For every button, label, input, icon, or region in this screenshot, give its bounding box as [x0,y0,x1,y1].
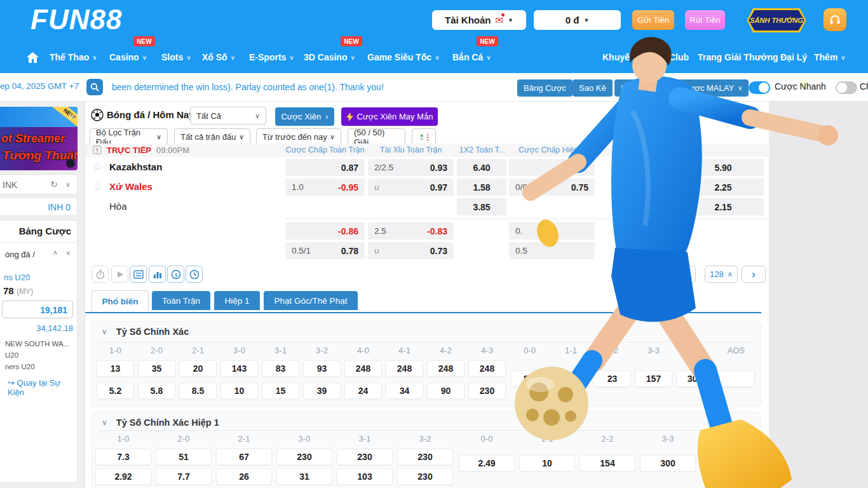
odds-box[interactable]: 7.3 [95,449,151,465]
odds-box[interactable]: 7.7 [156,468,212,485]
odds-box[interactable]: 31 [276,468,332,485]
ket-qua-button[interactable]: Kết Quả [614,79,658,97]
chevron-down-icon[interactable]: ∨ [65,180,71,189]
odds-box[interactable] [509,159,595,176]
odds-box[interactable]: 248 [386,360,423,377]
nav-casino[interactable]: Casino∨ [109,50,147,65]
nav-xo-so[interactable]: Xổ Số∨ [202,50,235,65]
odds-type-dropdown[interactable]: Tỉ lệ cược MALAY∨ [661,79,749,97]
nav-khuyen-mai[interactable]: Khuyến Mãi [602,50,653,65]
nav-ban-ca[interactable]: Bắn Cá∨ [452,50,491,65]
odds-box[interactable]: 26 [216,468,272,485]
odds-box[interactable]: 10 [220,383,258,399]
odds-box[interactable]: 34 [386,383,423,399]
quick-bet-toggle[interactable] [749,81,770,94]
next-page-button[interactable]: › [742,266,766,283]
balance-dropdown[interactable]: 0 đ ▼ [534,10,621,30]
team-name[interactable]: Xứ Wales [109,181,153,192]
odds-box[interactable]: 83 [262,360,299,377]
nav-trang-giai-thuong[interactable]: Trang Giải Thưởng [698,50,778,65]
list-view-icon[interactable] [130,266,147,283]
odds-box[interactable]: 154 [580,455,635,471]
favorite-star-icon[interactable]: ☆ [93,160,102,173]
odds-box[interactable]: 6.40 [457,159,506,176]
menu-icon[interactable]: ≡ [69,112,74,121]
odds-box[interactable]: 230 [276,449,332,465]
favorite-star-icon[interactable]: ☆ [93,180,102,193]
odds-box[interactable]: 39 [303,383,341,399]
odds-box[interactable]: 5.2 [97,383,134,399]
sao-ke-button[interactable]: Sao Kê [573,79,613,97]
bang-cuoc-button[interactable]: Bảng Cược [517,79,573,97]
odds-box[interactable]: 230 [468,383,506,399]
odds-box[interactable]: 157 [635,370,672,387]
odds-box[interactable]: 67 [216,449,272,465]
odds-box[interactable]: 2.49 [459,455,515,471]
account-dropdown[interactable]: Tài Khoản ✉ ▼ [432,10,526,30]
currency-icon[interactable]: $ [167,266,184,283]
odds-box[interactable]: 0.87 [285,159,365,176]
odds-box[interactable]: 300 [676,370,714,387]
tab-hiep-1[interactable]: Hiệp 1 [214,291,260,310]
odds-box[interactable]: 230 [337,449,393,465]
nav-dai-ly[interactable]: Đại Lý [780,50,807,65]
sort-toggle[interactable]: ▲▼ ••• [412,128,436,146]
stopwatch-icon[interactable] [92,266,109,283]
odds-box[interactable]: 7.3 [552,370,590,387]
prev-page-button[interactable]: ‹ [672,266,696,283]
nav-game-sieu-toc[interactable]: Game Siêu Tốc∨ [367,50,439,65]
filter-league-count[interactable]: (50 / 50) Giải [348,128,405,146]
support-headset-button[interactable] [824,8,846,31]
odds-box[interactable]: 15 [262,383,299,399]
home-icon[interactable] [27,50,39,65]
tab-toan-tran[interactable]: Toàn Trận [152,291,210,310]
nav-club[interactable]: Club [669,50,689,65]
refresh-icon[interactable]: ↻ [50,179,58,189]
odds-box[interactable]: 248 [344,360,382,377]
pin-icon[interactable] [93,146,102,154]
withdraw-button[interactable]: Rút Tiền [685,10,725,30]
odds-box[interactable]: 3.85 [457,198,506,215]
nav-the-thao[interactable]: Thể Thao∨ [50,50,97,65]
team-name[interactable]: Kazakhstan [109,161,162,172]
filter-all-matches-select[interactable]: Tất cả trận đấu∨ [174,128,250,146]
odds-box[interactable]: 13 [97,360,134,377]
back-to-event-link[interactable]: ↪ Quay lại Sự Kiện [8,378,77,397]
tab-pho-bien[interactable]: Phổ biến [92,290,149,312]
odds-box[interactable]: 90 [427,383,465,399]
odds-box[interactable]: 10 [519,455,575,471]
team-name[interactable]: Hòa [109,201,127,212]
odds-box[interactable]: 8.5 [511,370,548,387]
chevron-up-icon[interactable]: ∧ [53,248,58,257]
filter-time-select[interactable]: Từ trước đến nay∨ [256,128,341,146]
nav-3d-casino[interactable]: 3D Casino∨ [304,50,355,65]
promo-banner[interactable]: NEW ≡ ot Streamer Tưởng Thuật [0,107,78,170]
odds-box[interactable]: 93 [303,360,341,377]
play-icon[interactable] [111,266,128,283]
odds-box[interactable]: 2/2.50.93 [368,159,454,176]
odds-box[interactable]: 103 [337,468,393,485]
odds-box[interactable]: 1.0-0.95 [285,179,365,196]
odds-box[interactable]: 35 [138,360,175,377]
odds-box[interactable]: 2.5-0.83 [368,222,454,240]
odds-box[interactable]: 8.5 [179,383,217,399]
odds-box[interactable]: 230 [397,468,453,485]
close-icon[interactable]: × [65,248,71,258]
nav-slots[interactable]: Slots∨ [161,50,191,65]
mode-toggle[interactable] [836,81,857,94]
chevron-down-icon[interactable]: ∨ [102,418,107,427]
nav-them[interactable]: Thêm∨ [814,50,846,65]
odds-box[interactable]: 2.92 [95,468,151,485]
odds-box[interactable]: u0.73 [368,242,454,259]
odds-box[interactable]: 300 [640,455,696,471]
rewards-lobby-badge[interactable]: SẢNH THƯỞNG [742,8,811,32]
odds-box[interactable]: 0.5 [509,242,595,259]
odds-box[interactable]: 1.58 [457,179,506,196]
odds-box[interactable]: 5.90 [682,159,764,176]
odds-box[interactable]: 20 [179,360,217,377]
odds-box[interactable]: 24 [344,383,382,399]
stake-input[interactable]: 19,181 [2,301,73,318]
odds-box[interactable]: 248 [427,360,465,377]
odds-box[interactable]: 2.25 [682,179,764,196]
bar-chart-icon[interactable] [149,266,166,283]
